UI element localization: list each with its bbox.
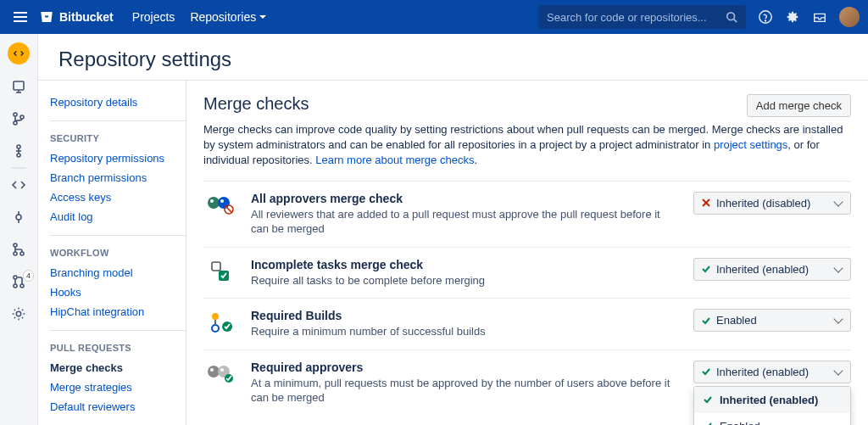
chevron-down-icon: [833, 263, 843, 272]
approvers-icon: [203, 192, 237, 219]
svg-point-11: [17, 154, 20, 157]
check-title: Required Builds: [251, 309, 680, 322]
svg-point-40: [210, 368, 214, 372]
svg-point-24: [16, 311, 20, 316]
rail-source-icon[interactable]: [8, 175, 29, 195]
check-icon: [701, 316, 711, 326]
svg-point-7: [14, 113, 17, 116]
svg-point-36: [212, 325, 219, 332]
menu-toggle-icon[interactable]: [8, 7, 32, 27]
svg-point-26: [218, 197, 230, 209]
sidebar-repo-details[interactable]: Repository details: [50, 92, 186, 112]
check-desc: All reviewers that are added to a pull r…: [251, 207, 680, 237]
rail-branch2-icon[interactable]: [8, 239, 29, 260]
chevron-down-icon: [833, 366, 843, 375]
gear-icon[interactable]: [785, 9, 800, 25]
bitbucket-icon: [39, 9, 54, 25]
svg-point-38: [208, 366, 220, 377]
main: Repository settings Repository details S…: [38, 34, 868, 425]
svg-rect-33: [212, 262, 220, 271]
top-bar: Bitbucket Projects Repositories: [0, 0, 868, 34]
left-rail: 4: [0, 34, 38, 425]
check-desc: At a minimum, pull requests must be appr…: [251, 376, 680, 405]
check-state-dropdown-open[interactable]: Inherited (enabled) Inherited (enabled) …: [693, 361, 851, 383]
check-icon: [703, 421, 713, 425]
content-header: Merge checks Add merge check: [203, 94, 851, 117]
learn-more-link[interactable]: Learn more about merge checks: [315, 154, 474, 166]
check-state-label: Inherited (disabled): [716, 197, 830, 210]
svg-line-30: [226, 207, 231, 212]
rail-commits2-icon[interactable]: [8, 207, 29, 227]
sidebar-repo-permissions[interactable]: Repository permissions: [50, 148, 186, 168]
sidebar-access-keys[interactable]: Access keys: [50, 187, 186, 207]
svg-point-9: [20, 115, 24, 119]
project-settings-link[interactable]: project settings: [714, 138, 787, 151]
rail-commits-icon[interactable]: [8, 141, 29, 161]
chevron-down-icon: [833, 197, 843, 206]
svg-point-19: [14, 252, 17, 255]
check-text: Required Builds Require a minimum number…: [251, 309, 680, 339]
page-header: Repository settings: [38, 34, 868, 80]
svg-point-0: [727, 13, 735, 20]
top-nav: Projects Repositories: [132, 10, 266, 24]
sidebar-hooks[interactable]: Hooks: [50, 282, 186, 302]
svg-point-25: [208, 197, 220, 209]
rail-branches-icon[interactable]: [8, 109, 29, 129]
sidebar-header-workflow: WORKFLOW: [50, 235, 186, 263]
menu-enabled[interactable]: Enabled: [694, 413, 850, 425]
rail-repo-icon[interactable]: [8, 42, 30, 64]
check-text: Required approvers At a minimum, pull re…: [251, 361, 680, 405]
check-state-dropdown[interactable]: Inherited (enabled): [693, 258, 851, 281]
sidebar-hipchat[interactable]: HipChat integration: [50, 302, 186, 322]
check-icon: [703, 394, 713, 405]
nav-repositories[interactable]: Repositories: [190, 10, 266, 24]
check-state-dropdown[interactable]: Inherited (disabled): [693, 192, 851, 215]
rail-pr-icon[interactable]: 4: [8, 271, 29, 292]
svg-point-10: [17, 145, 20, 148]
merge-check-row: All approvers merge check All reviewers …: [203, 181, 851, 247]
svg-point-3: [765, 20, 766, 21]
sidebar-branch-permissions[interactable]: Branch permissions: [50, 168, 186, 187]
page-title: Repository settings: [58, 48, 848, 71]
chevron-down-icon: [833, 315, 843, 324]
merge-check-row: Required approvers At a minimum, pull re…: [203, 350, 851, 416]
menu-inherited-enabled[interactable]: Inherited (enabled): [694, 387, 850, 413]
logo-text: Bitbucket: [59, 10, 114, 24]
sidebar-merge-strategies[interactable]: Merge strategies: [50, 377, 186, 397]
sidebar-header-pr: PULL REQUESTS: [50, 330, 186, 358]
check-text: All approvers merge check All reviewers …: [251, 192, 680, 237]
body: Repository details SECURITY Repository p…: [38, 80, 868, 425]
check-desc: Require all tasks to be complete before …: [251, 273, 680, 288]
check-icon: [701, 264, 711, 274]
rail-badge: 4: [23, 270, 34, 282]
search-input[interactable]: [547, 11, 726, 24]
sidebar-default-reviewers[interactable]: Default reviewers: [50, 397, 186, 417]
check-state-dropdown[interactable]: Enabled: [693, 309, 851, 332]
help-icon[interactable]: [758, 9, 773, 25]
check-title: Required approvers: [251, 361, 680, 374]
svg-rect-4: [14, 81, 24, 90]
settings-sidebar: Repository details SECURITY Repository p…: [38, 81, 186, 425]
sidebar-merge-checks[interactable]: Merge checks: [50, 358, 186, 377]
nav-projects[interactable]: Projects: [132, 10, 175, 24]
inbox-icon[interactable]: [812, 9, 827, 25]
check-state-label: Inherited (enabled): [716, 366, 830, 378]
avatar[interactable]: [839, 7, 860, 27]
merge-check-row: Incomplete tasks merge check Require all…: [203, 247, 851, 299]
rail-clone-icon[interactable]: [8, 76, 29, 97]
svg-point-20: [20, 252, 24, 255]
check-state-label: Inherited (enabled): [716, 263, 830, 276]
cross-icon: [701, 198, 711, 208]
sidebar-branching-model[interactable]: Branching model: [50, 263, 186, 282]
check-title: All approvers merge check: [251, 192, 680, 205]
check-text: Incomplete tasks merge check Require all…: [251, 258, 680, 288]
search-box[interactable]: [538, 5, 746, 29]
layout: 4 Repository settings Repository details…: [0, 34, 868, 425]
sidebar-audit-log[interactable]: Audit log: [50, 207, 186, 226]
content: Merge checks Add merge check Merge check…: [186, 81, 868, 425]
logo[interactable]: Bitbucket: [39, 9, 114, 25]
menu-label: Enabled: [720, 420, 760, 425]
check-icon: [701, 366, 711, 377]
add-merge-check-button[interactable]: Add merge check: [747, 94, 851, 117]
rail-settings-icon[interactable]: [8, 304, 29, 324]
